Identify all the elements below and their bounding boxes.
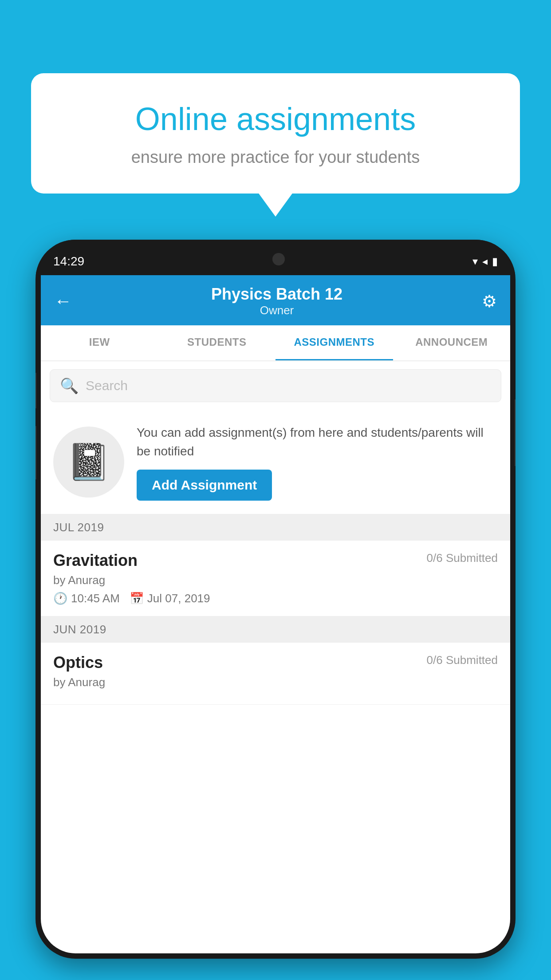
add-assignment-button[interactable]: Add Assignment [137, 470, 272, 501]
add-assignment-section: 📓 You can add assignment(s) from here an… [41, 410, 510, 514]
assignment-submitted-optics: 0/6 Submitted [427, 653, 498, 667]
assignment-date-label: Jul 07, 2019 [147, 592, 210, 605]
assignment-title-optics: Optics [53, 653, 103, 672]
month-header-jun: JUN 2019 [41, 616, 510, 643]
phone-power-button [515, 399, 516, 466]
notebook-icon: 📓 [67, 441, 111, 483]
assignment-item-optics[interactable]: Optics 0/6 Submitted by Anurag [41, 643, 510, 705]
assignment-icon-circle: 📓 [53, 427, 124, 498]
tab-iew[interactable]: IEW [41, 325, 158, 360]
tab-bar: IEW STUDENTS ASSIGNMENTS ANNOUNCEM [41, 325, 510, 361]
assignment-submitted-gravitation: 0/6 Submitted [427, 551, 498, 565]
header-subtitle: Owner [211, 304, 342, 317]
assignment-time-label: 10:45 AM [71, 592, 120, 605]
app-header: ← Physics Batch 12 Owner ⚙ [41, 275, 510, 325]
phone-volume-up [35, 373, 36, 408]
month-label-jul: JUL 2019 [53, 521, 104, 534]
phone: 14:29 ▾ ◂ ▮ ← Physics Batch 12 Owner ⚙ I… [35, 240, 516, 959]
tab-students[interactable]: STUDENTS [158, 325, 276, 360]
header-center: Physics Batch 12 Owner [211, 285, 342, 317]
search-placeholder: Search [86, 378, 128, 393]
assignment-info: You can add assignment(s) from here and … [137, 423, 498, 501]
search-bar[interactable]: 🔍 Search [50, 369, 501, 402]
phone-screen: ← Physics Batch 12 Owner ⚙ IEW STUDENTS … [41, 275, 510, 953]
wifi-icon: ▾ [472, 255, 478, 268]
tab-assignments[interactable]: ASSIGNMENTS [276, 325, 393, 360]
assignment-item-gravitation[interactable]: Gravitation 0/6 Submitted by Anurag 🕐 10… [41, 541, 510, 616]
battery-icon: ▮ [492, 255, 498, 268]
month-label-jun: JUN 2019 [53, 623, 106, 636]
assignment-author-optics: by Anurag [53, 676, 498, 689]
assignment-author-gravitation: by Anurag [53, 573, 498, 587]
search-icon: 🔍 [60, 377, 79, 395]
header-title: Physics Batch 12 [211, 285, 342, 304]
assignment-time-gravitation: 🕐 10:45 AM [53, 592, 120, 605]
assignment-date-gravitation: 📅 Jul 07, 2019 [130, 592, 210, 605]
speech-bubble: Online assignments ensure more practice … [31, 73, 520, 194]
assignment-item-optics-header: Optics 0/6 Submitted [53, 653, 498, 672]
tab-announcements[interactable]: ANNOUNCEM [393, 325, 511, 360]
month-header-jul: JUL 2019 [41, 514, 510, 541]
signal-icon: ◂ [482, 255, 488, 268]
status-bar: 14:29 ▾ ◂ ▮ [35, 240, 516, 275]
assignment-info-text: You can add assignment(s) from here and … [137, 423, 498, 461]
assignment-item-gravitation-header: Gravitation 0/6 Submitted [53, 551, 498, 570]
front-camera [272, 253, 285, 265]
back-button[interactable]: ← [54, 291, 72, 311]
phone-volume-down [35, 426, 36, 479]
status-time: 14:29 [53, 254, 84, 269]
bubble-subtitle: ensure more practice for your students [62, 148, 489, 167]
calendar-icon: 📅 [130, 592, 144, 605]
clock-icon: 🕐 [53, 592, 67, 605]
assignment-meta-gravitation: 🕐 10:45 AM 📅 Jul 07, 2019 [53, 592, 498, 605]
status-icons: ▾ ◂ ▮ [472, 255, 498, 268]
assignment-title-gravitation: Gravitation [53, 551, 138, 570]
settings-button[interactable]: ⚙ [482, 292, 497, 311]
bubble-title: Online assignments [62, 100, 489, 138]
